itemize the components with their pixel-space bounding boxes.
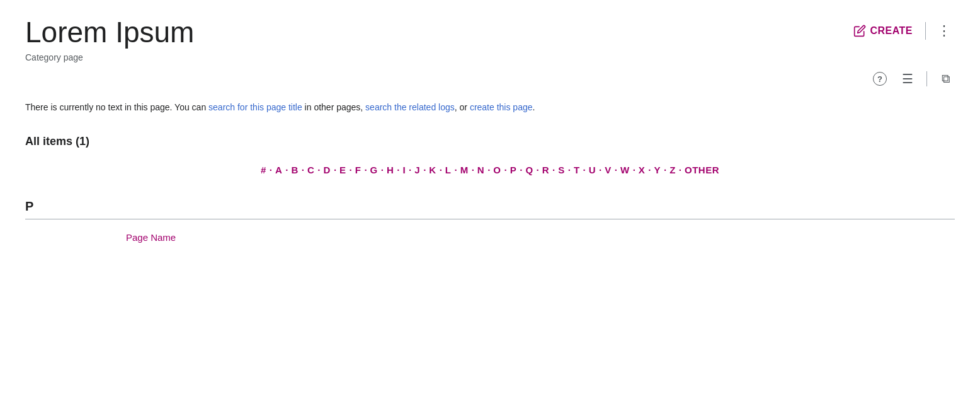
info-between: in other pages, — [302, 102, 365, 112]
alpha-dot: · — [362, 165, 368, 175]
alphabet-nav: #·A·B·C·D·E·F·G·H·I·J·K·L·M·N·O·P·Q·R·S·… — [25, 163, 955, 177]
more-icon: ⋮ — [937, 23, 951, 39]
alpha-link-z[interactable]: Z — [668, 163, 677, 177]
alpha-link-y[interactable]: Y — [653, 163, 663, 177]
alpha-dot: · — [677, 165, 683, 175]
copy-button[interactable]: ⧉ — [937, 70, 955, 88]
alpha-link-l[interactable]: L — [444, 163, 453, 177]
alpha-dot: · — [407, 165, 413, 175]
all-items-heading: All items (1) — [25, 135, 955, 148]
alpha-dot: · — [300, 165, 306, 175]
alpha-link-a[interactable]: A — [274, 163, 283, 177]
alpha-link-other[interactable]: OTHER — [683, 163, 721, 177]
alpha-link-t[interactable]: T — [573, 163, 581, 177]
list-view-button[interactable]: ☰ — [899, 70, 916, 88]
page-title: Lorem Ipsum — [25, 15, 194, 50]
alpha-link-k[interactable]: K — [428, 163, 437, 177]
pencil-icon — [853, 25, 866, 37]
help-button[interactable]: ? — [871, 70, 889, 88]
alpha-link-g[interactable]: G — [369, 163, 379, 177]
alpha-dot: · — [631, 165, 637, 175]
alpha-link-v[interactable]: V — [603, 163, 613, 177]
info-before-link3: , or — [455, 102, 470, 112]
search-page-title-link[interactable]: search for this page title — [208, 102, 302, 112]
alpha-link-q[interactable]: Q — [524, 163, 534, 177]
create-page-link[interactable]: create this page — [470, 102, 533, 112]
alpha-link-#[interactable]: # — [259, 163, 268, 177]
alpha-dot: · — [470, 165, 476, 175]
section-letter: P — [25, 199, 955, 214]
info-end: . — [533, 102, 535, 112]
toolbar-vertical-divider — [925, 22, 926, 40]
alpha-link-i[interactable]: I — [401, 163, 407, 177]
alpha-link-s[interactable]: S — [557, 163, 566, 177]
alpha-dot: · — [662, 165, 668, 175]
alpha-dot: · — [550, 165, 557, 175]
page-name-text: Page Name — [126, 232, 176, 243]
toolbar: ? ☰ ⧉ — [25, 67, 955, 88]
alpha-dot: · — [283, 165, 290, 175]
alpha-dot: · — [518, 165, 524, 175]
alpha-dot: · — [613, 165, 619, 175]
alpha-link-f[interactable]: F — [354, 163, 363, 177]
alpha-link-h[interactable]: H — [385, 163, 395, 177]
alpha-link-d[interactable]: D — [322, 163, 332, 177]
search-related-logs-link[interactable]: search the related logs — [365, 102, 455, 112]
alpha-link-n[interactable]: N — [476, 163, 486, 177]
page-subtitle: Category page — [25, 52, 194, 62]
alpha-dot: · — [348, 165, 354, 175]
alpha-dot: · — [268, 165, 274, 175]
create-button[interactable]: CREATE — [848, 22, 918, 40]
alpha-dot: · — [566, 165, 573, 175]
alpha-dot: · — [646, 165, 652, 175]
alpha-link-w[interactable]: W — [619, 163, 631, 177]
info-message: There is currently no text in this page.… — [25, 100, 955, 114]
alpha-dot: · — [316, 165, 322, 175]
more-options-button[interactable]: ⋮ — [933, 21, 955, 40]
alpha-link-p[interactable]: P — [509, 163, 518, 177]
toolbar-divider — [926, 71, 927, 86]
alpha-dot: · — [332, 165, 338, 175]
alpha-dot: · — [438, 165, 444, 175]
create-page-link-text: create this page — [470, 102, 533, 112]
alpha-dot: · — [421, 165, 428, 175]
alpha-link-m[interactable]: M — [459, 163, 470, 177]
page-name-link[interactable]: Page Name — [25, 232, 955, 243]
alpha-dot: · — [395, 165, 401, 175]
alpha-link-b[interactable]: B — [290, 163, 300, 177]
alpha-link-c[interactable]: C — [306, 163, 316, 177]
alpha-dot: · — [379, 165, 385, 175]
info-before-link1: There is currently no text in this page.… — [25, 102, 208, 112]
alpha-dot: · — [597, 165, 603, 175]
alpha-dot: · — [486, 165, 492, 175]
alpha-link-o[interactable]: O — [492, 163, 502, 177]
alpha-dot: · — [452, 165, 459, 175]
section-divider — [25, 219, 955, 219]
alpha-link-u[interactable]: U — [588, 163, 597, 177]
copy-icon: ⧉ — [942, 72, 950, 86]
alpha-link-x[interactable]: X — [637, 163, 647, 177]
list-icon: ☰ — [902, 71, 913, 86]
create-label: CREATE — [870, 25, 913, 37]
help-icon: ? — [873, 72, 887, 86]
alpha-link-e[interactable]: E — [338, 163, 348, 177]
alpha-dot: · — [535, 165, 541, 175]
alpha-dot: · — [503, 165, 509, 175]
alpha-link-j[interactable]: J — [413, 163, 421, 177]
alpha-dot: · — [581, 165, 588, 175]
alpha-link-r[interactable]: R — [541, 163, 550, 177]
